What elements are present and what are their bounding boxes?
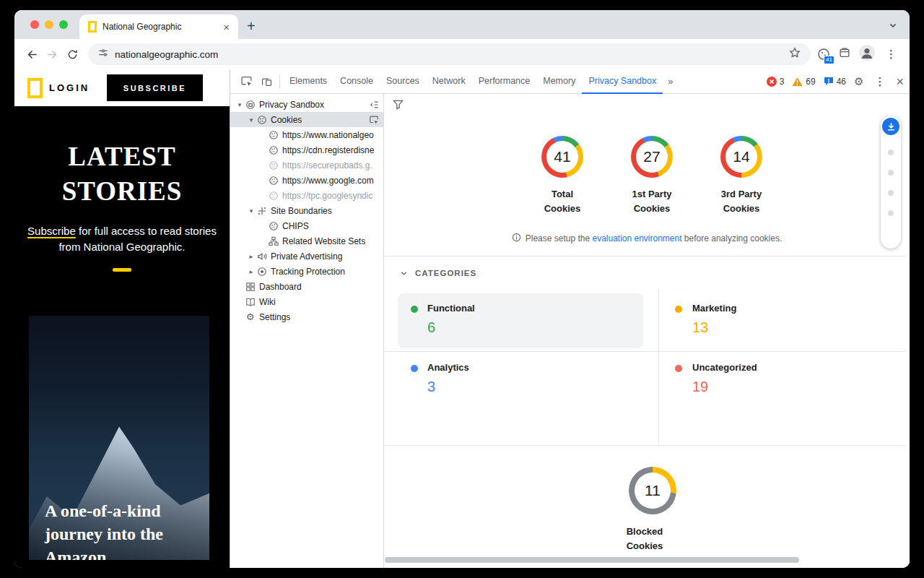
tree-item-cookies[interactable]: ▾Cookies	[230, 112, 383, 127]
device-toolbar-button[interactable]	[256, 72, 276, 92]
category-uncategorized-label[interactable]: Uncategorized	[692, 362, 757, 373]
cookie-extension-button[interactable]: 41	[816, 47, 831, 61]
privacy-sandbox-main: 41 TotalCookies 27 1st PartyCookies	[384, 94, 910, 568]
tree-item-tracking-protection[interactable]: ▸Tracking Protection	[230, 264, 383, 279]
category-functional-label[interactable]: Functional	[427, 303, 475, 314]
categories-grid: Functional 6 Marketing 13 Analytics 3 Un…	[384, 289, 905, 445]
collapse-panel-icon[interactable]	[369, 100, 383, 110]
more-tabs-button[interactable]: »	[663, 76, 678, 87]
tab-search-chevron-icon[interactable]	[885, 17, 901, 33]
traffic-lights	[14, 20, 79, 39]
tab-privacy-sandbox[interactable]: Privacy Sandbox	[582, 69, 663, 94]
evaluation-environment-link[interactable]: evaluation environment	[592, 233, 681, 243]
blocked-cookies-label: BlockedCookies	[384, 525, 905, 553]
categories-header[interactable]: CATEGORIES	[400, 269, 476, 277]
tree-item-label: https://cdn.registerdisne	[282, 145, 374, 155]
book-icon	[245, 296, 256, 307]
bookmark-star-icon[interactable]	[789, 47, 801, 61]
extensions-button[interactable]	[838, 46, 851, 62]
devtools-body: ▾Privacy Sandbox▾Cookieshttps://www.nati…	[230, 94, 910, 568]
tree-item-site-boundaries[interactable]: ▾Site Boundaries	[230, 203, 383, 218]
browser-menu-icon[interactable]: ⋮	[883, 48, 899, 61]
tree-expanded-arrow-icon[interactable]: ▾	[246, 207, 256, 215]
category-analytics-label[interactable]: Analytics	[427, 362, 469, 373]
category-uncategorized-count: 19	[692, 379, 708, 395]
total-cookies-value: 41	[541, 136, 583, 178]
tree-item-privacy-sandbox[interactable]: ▾Privacy Sandbox	[230, 97, 383, 112]
hero-title: A one-of-a-kind journey into the Amazon	[45, 499, 163, 560]
tree-item-label: Related Website Sets	[282, 236, 365, 246]
privacy-sandbox-tree: ▾Privacy Sandbox▾Cookieshttps://www.nati…	[230, 94, 384, 568]
tree-item-related-website-sets[interactable]: Related Website Sets	[230, 233, 383, 249]
maximize-window-button[interactable]	[59, 20, 68, 29]
tree-expanded-arrow-icon[interactable]: ▾	[246, 116, 256, 124]
tree-expanded-arrow-icon[interactable]: ▾	[235, 101, 245, 108]
address-bar[interactable]: nationalgeographic.com	[88, 43, 811, 65]
cookie-icon	[268, 160, 279, 171]
tree-item-chips[interactable]: CHIPS	[230, 218, 383, 233]
inspect-element-button[interactable]	[236, 72, 256, 92]
back-button[interactable]	[22, 44, 42, 64]
section-nav-dot[interactable]	[888, 210, 894, 216]
filter-icon[interactable]	[393, 99, 404, 113]
natgeo-logo-icon[interactable]	[27, 78, 43, 98]
section-nav-widget	[881, 116, 901, 249]
site-settings-icon[interactable]	[98, 48, 108, 61]
browser-tab[interactable]: National Geographic ×	[79, 14, 238, 39]
tree-collapsed-arrow-icon[interactable]: ▸	[246, 253, 256, 260]
tab-performance[interactable]: Performance	[472, 69, 537, 94]
devtools-settings-icon[interactable]: ⚙	[854, 76, 863, 87]
tree-item-url-google[interactable]: https://www.google.com	[230, 173, 383, 188]
tab-elements[interactable]: Elements	[283, 69, 334, 94]
minimize-window-button[interactable]	[45, 20, 53, 29]
hero-image[interactable]: A one-of-a-kind journey into the Amazon	[29, 316, 209, 560]
tab-close-icon[interactable]: ×	[220, 21, 232, 33]
login-link[interactable]: LOGIN	[49, 82, 90, 93]
close-window-button[interactable]	[30, 20, 39, 29]
devtools-menu-icon[interactable]: ⋮	[871, 75, 888, 88]
tree-collapsed-arrow-icon[interactable]: ▸	[246, 268, 256, 275]
total-cookies-label: TotalCookies	[520, 187, 604, 216]
error-badge[interactable]: 3	[767, 77, 785, 87]
forward-button[interactable]	[42, 44, 62, 64]
tab-network[interactable]: Network	[426, 69, 472, 94]
gear-icon: ⚙	[245, 311, 256, 322]
first-party-cookies-value: 27	[631, 136, 673, 178]
natgeo-body: LATEST STORIES Subscribe for full access…	[14, 106, 230, 568]
subscribe-button[interactable]: SUBSCRIBE	[107, 74, 203, 101]
tree-item-label: Privacy Sandbox	[259, 100, 324, 110]
tab-sources[interactable]: Sources	[380, 69, 426, 94]
tree-item-url-securepubads[interactable]: https://securepubads.g.	[230, 158, 383, 173]
tree-item-dashboard[interactable]: Dashboard	[230, 279, 383, 294]
section-nav-dot[interactable]	[888, 170, 894, 176]
devtools-close-icon[interactable]: ×	[896, 75, 904, 88]
category-marketing-label[interactable]: Marketing	[692, 303, 736, 314]
tree-item-wiki[interactable]: Wiki	[230, 294, 383, 309]
tab-console[interactable]: Console	[334, 69, 380, 94]
section-divider	[384, 256, 905, 256]
toolbar-right-cluster: 41 ⋮	[816, 44, 902, 64]
tree-item-settings[interactable]: ⚙Settings	[230, 309, 383, 324]
tree-item-private-advertising[interactable]: ▸Private Advertising	[230, 249, 383, 264]
profile-avatar[interactable]	[858, 44, 876, 64]
warning-badge[interactable]: 69	[792, 77, 815, 87]
inspect-icon[interactable]	[369, 115, 383, 125]
section-nav-dot[interactable]	[888, 150, 894, 155]
tree-item-label: CHIPS	[282, 221, 309, 231]
reload-button[interactable]	[62, 44, 82, 64]
section-nav-dot[interactable]	[888, 190, 894, 196]
subscribe-link[interactable]: Subscribe	[27, 225, 76, 237]
tree-item-url-registerdisney[interactable]: https://cdn.registerdisne	[230, 142, 383, 158]
setup-note: Please setup the evaluation environment …	[384, 233, 910, 244]
tree-item-url-nationalgeographic[interactable]: https://www.nationalgeo	[230, 127, 383, 142]
natgeo-page: LOGIN SUBSCRIBE LATEST STORIES Subscribe…	[14, 69, 230, 568]
browser-window: National Geographic × + nationalgeograph…	[14, 10, 910, 568]
cookie-icon	[268, 144, 279, 155]
error-count: 3	[780, 77, 785, 87]
tab-memory[interactable]: Memory	[536, 69, 582, 94]
issues-badge[interactable]: 46	[824, 77, 846, 87]
tree-item-url-googlesyndication[interactable]: https://tpc.googlesyndic	[230, 188, 383, 203]
download-report-button[interactable]	[882, 118, 899, 135]
new-tab-button[interactable]: +	[238, 18, 264, 39]
horizontal-scrollbar[interactable]	[385, 557, 799, 563]
